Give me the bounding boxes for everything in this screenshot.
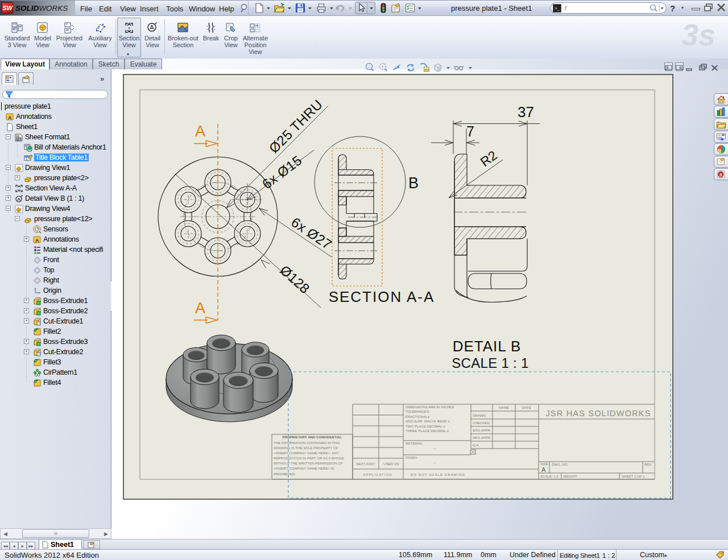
svg-text:<INSERT COMPANY NAME HERE> IS: <INSERT COMPANY NAME HERE> IS <box>274 466 334 470</box>
svg-text:--: -- <box>433 461 436 464</box>
svg-text:A: A <box>541 466 546 473</box>
svg-text:DETAIL B: DETAIL B <box>453 338 522 355</box>
svg-text:ANGULAR: MACH± BEND ±: ANGULAR: MACH± BEND ± <box>406 419 450 423</box>
svg-text:SCALE 1 : 1: SCALE 1 : 1 <box>452 355 528 371</box>
svg-text:TOLERANCES:: TOLERANCES: <box>406 409 430 413</box>
svg-text:<INSERT COMPANY NAME HERE>. AN: <INSERT COMPANY NAME HERE>. ANY <box>274 451 339 455</box>
svg-text:APPLICATION: APPLICATION <box>363 472 392 476</box>
svg-text:FRACTIONAL±: FRACTIONAL± <box>406 414 430 418</box>
svg-text:DO NOT SCALE DRAWING: DO NOT SCALE DRAWING <box>411 472 465 476</box>
svg-text:FINISH: FINISH <box>406 455 417 459</box>
svg-text:THE INFORMATION CONTAINED IN T: THE INFORMATION CONTAINED IN THIS <box>274 441 340 445</box>
svg-text:WEIGHT:: WEIGHT: <box>563 474 578 478</box>
svg-text:PROPRIETARY AND CONFIDENTIAL: PROPRIETARY AND CONFIDENTIAL <box>283 435 342 439</box>
svg-text:NAME: NAME <box>499 405 509 409</box>
svg-text:SHEET 1 OF 1: SHEET 1 OF 1 <box>622 474 645 478</box>
svg-text:PROHIBITED.: PROHIBITED. <box>274 472 296 476</box>
svg-text:--: -- <box>433 446 436 450</box>
svg-text:THREE PLACE DECIMAL ±: THREE PLACE DECIMAL ± <box>406 429 449 433</box>
svg-text:DRAWING IS THE SOLE PROPERTY O: DRAWING IS THE SOLE PROPERTY OF <box>274 446 338 450</box>
svg-text:SIZE: SIZE <box>540 462 548 466</box>
svg-text:Q.A.: Q.A. <box>473 443 479 447</box>
svg-text:37: 37 <box>518 103 534 121</box>
svg-text:MFG APPR.: MFG APPR. <box>473 435 491 439</box>
svg-text:USED ON: USED ON <box>383 462 399 466</box>
svg-text:DRAWN: DRAWN <box>473 413 486 417</box>
svg-text:MATERIAL: MATERIAL <box>406 441 423 445</box>
svg-text:DIMENSIONS ARE IN INCHES: DIMENSIONS ARE IN INCHES <box>406 405 454 409</box>
svg-text:SECTION A-A: SECTION A-A <box>329 288 435 305</box>
svg-text:NEXT ASSY: NEXT ASSY <box>356 462 375 466</box>
svg-text:B: B <box>408 175 419 192</box>
svg-text:JSR HAS SOLIDWORKS: JSR HAS SOLIDWORKS <box>545 409 651 418</box>
svg-text:!: ! <box>382 64 383 69</box>
svg-text:7: 7 <box>466 123 474 139</box>
svg-text:A: A <box>195 123 205 140</box>
svg-text:REV.: REV. <box>644 462 652 466</box>
svg-text:DWG. NO.: DWG. NO. <box>552 462 568 466</box>
svg-text:SCALE: 1:2: SCALE: 1:2 <box>540 474 559 478</box>
svg-text:WITHOUT THE WRITTEN PERMISSION: WITHOUT THE WRITTEN PERMISSION OF <box>274 461 343 465</box>
svg-text:REPRODUCTION IN PART OR AS A W: REPRODUCTION IN PART OR AS A WHOLE <box>274 456 344 460</box>
svg-text:S: S <box>719 173 722 177</box>
svg-text:A: A <box>150 24 154 31</box>
svg-text:A: A <box>35 237 39 243</box>
svg-text:TWO PLACE DECIMAL ±: TWO PLACE DECIMAL ± <box>406 424 445 428</box>
svg-text:A: A <box>8 114 12 120</box>
svg-text:DATE: DATE <box>522 405 531 409</box>
svg-text:ENG APPR.: ENG APPR. <box>473 428 491 432</box>
svg-text:CHECKED: CHECKED <box>473 421 490 425</box>
svg-text:A: A <box>195 300 205 317</box>
